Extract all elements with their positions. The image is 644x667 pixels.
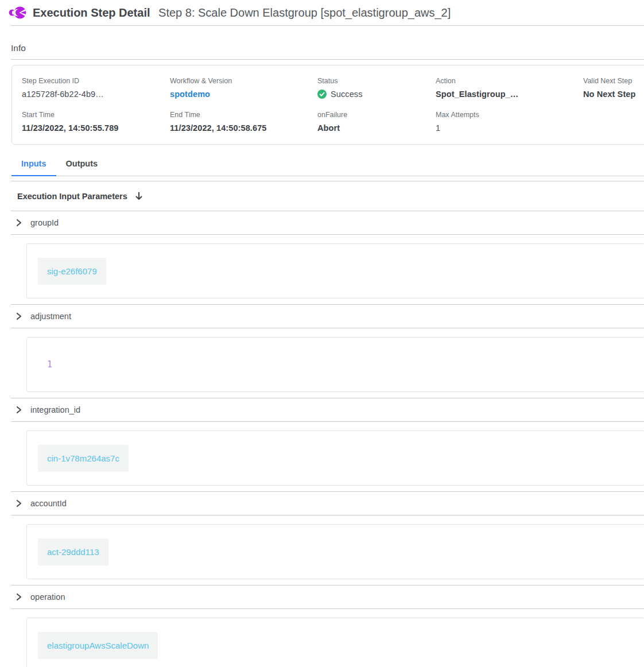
field-end-time: End Time 11/23/2022, 14:50:58.675 <box>170 111 317 133</box>
field-workflow-version: Workflow & Version spotdemo <box>170 77 317 99</box>
workflow-link[interactable]: spotdemo <box>170 90 317 99</box>
field-value: No Next Step <box>583 90 644 99</box>
field-value: a125728f-6b22-4b9… <box>22 90 170 99</box>
param-value-chip[interactable]: cin-1v78m264as7c <box>38 445 129 472</box>
field-action: Action Spot_Elastigroup_… <box>436 77 583 99</box>
param-name: operation <box>30 592 65 602</box>
param-row-groupid[interactable]: groupId <box>0 211 644 234</box>
tab-outputs[interactable]: Outputs <box>56 153 108 176</box>
field-valid-next-step: Valid Next Step No Next Step <box>583 77 644 99</box>
param-value-chip[interactable]: sig-e26f6079 <box>38 258 106 285</box>
param-name: adjustment <box>30 312 71 321</box>
field-label: Workflow & Version <box>170 77 317 85</box>
param-value-panel-accountid: act-29ddd113 <box>26 524 644 579</box>
tab-inputs[interactable]: Inputs <box>11 153 56 176</box>
field-label: End Time <box>170 111 317 119</box>
status-badge: Success <box>317 90 436 99</box>
chevron-right-icon[interactable] <box>15 406 22 414</box>
field-value: Abort <box>317 123 436 133</box>
divider <box>11 328 644 328</box>
field-start-time: Start Time 11/23/2022, 14:50:55.789 <box>22 111 170 133</box>
page-title-step: Step 8: Scale Down Elastgroup [spot_elas… <box>158 6 451 19</box>
param-value-panel-operation: elastigroupAwsScaleDown <box>26 618 644 667</box>
param-value-number[interactable]: 1 <box>38 359 52 370</box>
param-value-chip[interactable]: elastigroupAwsScaleDown <box>38 632 158 659</box>
param-name: groupId <box>30 218 59 227</box>
param-row-integration-id[interactable]: integration_id <box>0 398 644 421</box>
field-label: Status <box>317 77 436 85</box>
chevron-right-icon[interactable] <box>15 312 22 320</box>
divider <box>11 608 644 609</box>
field-value: Spot_Elastigroup_… <box>436 90 583 99</box>
execution-input-parameters-header: Execution Input Parameters <box>0 181 644 211</box>
field-label: Valid Next Step <box>583 77 644 85</box>
info-card: Step Execution ID a125728f-6b22-4b9… Wor… <box>11 65 644 145</box>
divider <box>11 59 644 60</box>
param-value-panel-integration-id: cin-1v78m264as7c <box>26 431 644 486</box>
field-value: 11/23/2022, 14:50:58.675 <box>170 123 317 133</box>
execution-input-parameters-title: Execution Input Parameters <box>17 192 127 201</box>
field-status: Status Success <box>317 77 436 99</box>
field-on-failure: onFailure Abort <box>317 111 436 133</box>
param-value-panel-groupid: sig-e26f6079 <box>26 243 644 298</box>
arrow-down-icon[interactable] <box>135 192 143 201</box>
divider <box>11 421 644 422</box>
divider <box>11 515 644 515</box>
param-value-chip[interactable]: act-29ddd113 <box>38 538 108 565</box>
divider <box>11 234 644 235</box>
field-label: Step Execution ID <box>22 77 170 85</box>
param-value-panel-adjustment: 1 <box>26 337 644 392</box>
field-max-attempts: Max Attempts 1 <box>436 111 583 133</box>
param-row-adjustment[interactable]: adjustment <box>0 305 644 328</box>
param-row-operation[interactable]: operation <box>0 585 644 608</box>
field-label: Action <box>436 77 583 85</box>
field-value: 11/23/2022, 14:50:55.789 <box>22 123 170 133</box>
param-name: integration_id <box>30 405 80 414</box>
spot-logo-icon <box>5 2 26 24</box>
info-section-heading: Info <box>11 26 644 59</box>
param-name: accountId <box>30 499 67 508</box>
field-label: Max Attempts <box>436 111 583 119</box>
param-row-accountid[interactable]: accountId <box>0 492 644 515</box>
tab-bar: Inputs Outputs <box>11 153 644 176</box>
success-icon <box>317 90 327 99</box>
chevron-right-icon[interactable] <box>15 499 22 507</box>
page-title: Execution Step Detail Step 8: Scale Down… <box>33 6 451 20</box>
field-step-execution-id: Step Execution ID a125728f-6b22-4b9… <box>22 77 170 99</box>
chevron-right-icon[interactable] <box>15 219 22 227</box>
chevron-right-icon[interactable] <box>15 593 22 601</box>
status-text: Success <box>331 90 363 99</box>
field-label: Start Time <box>22 111 170 119</box>
field-value: 1 <box>436 123 583 133</box>
page-title-main: Execution Step Detail <box>33 6 150 19</box>
field-label: onFailure <box>317 111 436 119</box>
page-header: Execution Step Detail Step 8: Scale Down… <box>0 0 644 25</box>
